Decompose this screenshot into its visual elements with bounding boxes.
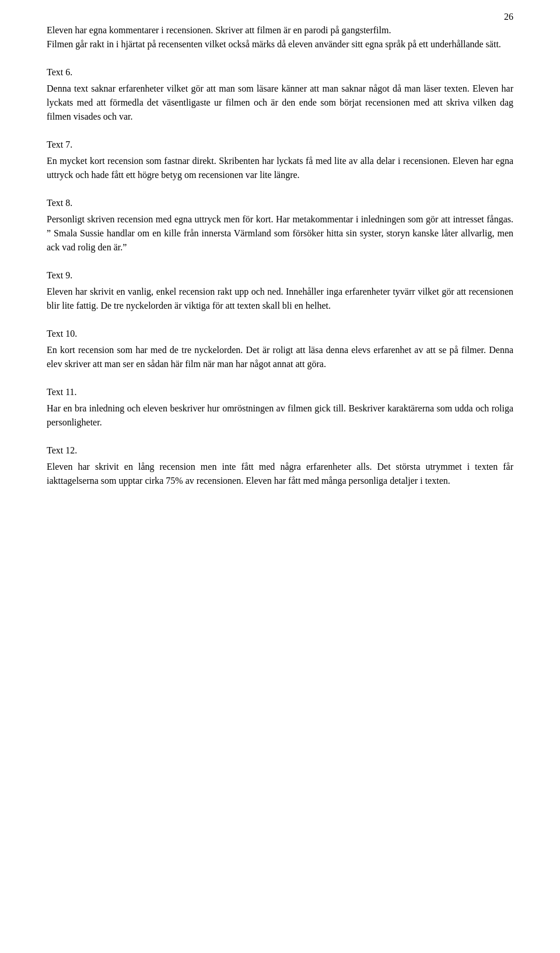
text-label-8: Text 8. [47,196,513,210]
text-body-11: Har en bra inledning och eleven beskrive… [47,402,513,430]
text-section: Text 8.Personligt skriven recension med … [47,196,513,254]
text-sections-container: Text 6.Denna text saknar erfarenheter vi… [47,65,513,488]
text-label-9: Text 9. [47,268,513,282]
page: 26 Eleven har egna kommentarer i recensi… [0,0,560,953]
text-body-9: Eleven har skrivit en vanlig, enkel rece… [47,285,513,313]
text-body-8: Personligt skriven recension med egna ut… [47,212,513,254]
text-section: Text 6.Denna text saknar erfarenheter vi… [47,65,513,124]
text-label-12: Text 12. [47,444,513,458]
text-section: Text 11.Har en bra inledning och eleven … [47,385,513,430]
text-body-10: En kort recension som har med de tre nyc… [47,343,513,371]
text-label-11: Text 11. [47,385,513,399]
text-section: Text 9.Eleven har skrivit en vanlig, enk… [47,268,513,313]
text-section: Text 10.En kort recension som har med de… [47,327,513,371]
text-section: Text 12.Eleven har skrivit en lång recen… [47,444,513,488]
page-number: 26 [504,12,513,22]
text-body-7: En mycket kort recension som fastnar dir… [47,154,513,182]
text-label-7: Text 7. [47,138,513,152]
text-body-6: Denna text saknar erfarenheter vilket gö… [47,82,513,124]
text-body-12: Eleven har skrivit en lång recension men… [47,460,513,488]
text-label-6: Text 6. [47,65,513,79]
intro-line2: Filmen går rakt in i hjärtat på recensen… [47,39,501,49]
intro-paragraph: Eleven har egna kommentarer i recensione… [47,23,513,51]
intro-line1: Eleven har egna kommentarer i recensione… [47,25,391,35]
text-section: Text 7.En mycket kort recension som fast… [47,138,513,182]
text-label-10: Text 10. [47,327,513,341]
